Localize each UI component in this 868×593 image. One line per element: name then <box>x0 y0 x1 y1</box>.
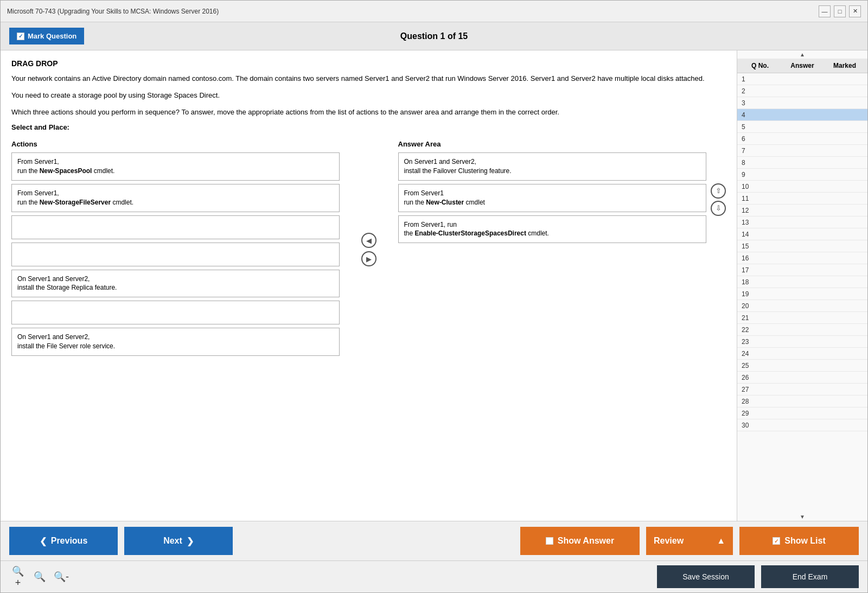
maximize-button[interactable]: □ <box>834 5 846 17</box>
right-panel-row[interactable]: 30 <box>737 419 867 431</box>
actions-title: Actions <box>11 140 340 148</box>
right-panel-row[interactable]: 17 <box>737 264 867 276</box>
main-content: DRAG DROP Your network contains an Activ… <box>1 50 867 521</box>
row-num: 22 <box>742 326 758 334</box>
answer-title: Answer Area <box>398 140 726 148</box>
right-panel-row[interactable]: 9 <box>737 169 867 181</box>
right-panel-row[interactable]: 11 <box>737 193 867 205</box>
answer-item-3[interactable]: From Server1, runthe Enable-ClusterStora… <box>398 215 707 244</box>
zoom-out-button[interactable]: 🔍- <box>53 568 70 585</box>
row-num: 11 <box>742 195 758 202</box>
arrow-up-button[interactable]: ⇧ <box>711 183 726 199</box>
previous-button[interactable]: ❮ Previous <box>9 527 118 555</box>
show-answer-button[interactable]: Show Answer <box>520 527 640 555</box>
right-panel-row[interactable]: 1 <box>737 73 867 85</box>
col-qno: Q No. <box>742 62 778 69</box>
right-panel-row[interactable]: 10 <box>737 181 867 193</box>
scroll-up-arrow[interactable]: ▲ <box>737 50 867 59</box>
right-panel-row[interactable]: 22 <box>737 324 867 336</box>
mark-question-label: Mark Question <box>28 32 76 40</box>
arrow-controls: ⇧ ⇩ <box>711 183 726 216</box>
footer-top: ❮ Previous Next ❯ Show Answer Review ▲ S… <box>1 521 867 561</box>
right-panel-row[interactable]: 29 <box>737 407 867 419</box>
row-num: 30 <box>742 422 758 429</box>
action-item-1[interactable]: From Server1,run the New-SpacesPool cmdl… <box>11 152 340 181</box>
question-area: DRAG DROP Your network contains an Activ… <box>1 50 737 521</box>
right-panel-row[interactable]: 25 <box>737 360 867 372</box>
next-button[interactable]: Next ❯ <box>124 527 233 555</box>
minimize-button[interactable]: — <box>819 5 831 17</box>
right-panel: ▲ Q No. Answer Marked 123456789101112131… <box>737 50 867 521</box>
show-list-button[interactable]: Show List <box>739 527 859 555</box>
right-panel-list: 1234567891011121314151617181920212223242… <box>737 73 867 513</box>
zoom-in-button[interactable]: 🔍+ <box>9 568 27 585</box>
review-chevron-icon: ▲ <box>717 536 725 546</box>
row-num: 15 <box>742 243 758 250</box>
right-panel-row[interactable]: 20 <box>737 300 867 312</box>
previous-chevron-icon: ❮ <box>40 536 47 546</box>
zoom-reset-button[interactable]: 🔍 <box>31 568 48 585</box>
right-panel-row[interactable]: 15 <box>737 240 867 252</box>
answer-section: Answer Area On Server1 and Server2,insta… <box>398 140 726 359</box>
right-panel-row[interactable]: 26 <box>737 372 867 384</box>
question-instruction: Select and Place: <box>11 123 726 131</box>
scroll-down-arrow[interactable]: ▼ <box>737 513 867 521</box>
action-item-7[interactable]: On Server1 and Server2,install the File … <box>11 328 340 356</box>
answer-item-1[interactable]: On Server1 and Server2,install the Failo… <box>398 152 707 181</box>
right-panel-row[interactable]: 24 <box>737 348 867 360</box>
answer-items: On Server1 and Server2,install the Failo… <box>398 152 707 246</box>
footer-bottom: 🔍+ 🔍 🔍- Save Session End Exam <box>1 561 867 592</box>
row-num: 19 <box>742 290 758 298</box>
right-panel-row[interactable]: 16 <box>737 252 867 264</box>
answer-wrapper: On Server1 and Server2,install the Failo… <box>398 152 726 246</box>
question-title: Question 1 of 15 <box>400 31 468 41</box>
action-item-5[interactable]: On Server1 and Server2,install the Stora… <box>11 270 340 298</box>
question-paragraph1: Your network contains an Active Director… <box>11 73 726 85</box>
right-panel-row[interactable]: 14 <box>737 228 867 240</box>
transfer-left-button[interactable]: ◀ <box>361 233 376 248</box>
row-num: 4 <box>742 111 758 119</box>
row-num: 12 <box>742 207 758 214</box>
save-session-button[interactable]: Save Session <box>657 565 755 588</box>
review-button[interactable]: Review ▲ <box>646 527 733 555</box>
row-num: 14 <box>742 231 758 238</box>
right-panel-row[interactable]: 13 <box>737 216 867 228</box>
right-panel-row[interactable]: 6 <box>737 133 867 145</box>
previous-label: Previous <box>51 536 88 546</box>
right-panel-row[interactable]: 7 <box>737 145 867 157</box>
action-item-4 <box>11 243 340 266</box>
footer: ❮ Previous Next ❯ Show Answer Review ▲ S… <box>1 521 867 592</box>
right-panel-row[interactable]: 12 <box>737 205 867 216</box>
row-num: 10 <box>742 183 758 190</box>
window-title: Microsoft 70-743 (Upgrading Your Skills … <box>7 8 819 15</box>
right-panel-row[interactable]: 28 <box>737 396 867 407</box>
transfer-right-button[interactable]: ▶ <box>361 251 376 266</box>
right-panel-row[interactable]: 21 <box>737 312 867 324</box>
end-exam-button[interactable]: End Exam <box>761 565 859 588</box>
mark-question-button[interactable]: Mark Question <box>9 28 84 44</box>
close-button[interactable]: ✕ <box>849 5 861 17</box>
row-num: 7 <box>742 147 758 155</box>
transfer-buttons: ◀ ▶ <box>361 140 376 359</box>
row-num: 16 <box>742 254 758 262</box>
show-answer-label: Show Answer <box>558 536 614 546</box>
right-panel-row[interactable]: 5 <box>737 121 867 133</box>
right-panel-row[interactable]: 2 <box>737 85 867 97</box>
right-panel-row[interactable]: 8 <box>737 157 867 169</box>
action-item-2[interactable]: From Server1,run the New-StorageFileServ… <box>11 184 340 212</box>
right-panel-row[interactable]: 23 <box>737 336 867 348</box>
show-list-checkbox-icon <box>773 537 780 545</box>
col-marked: Marked <box>826 62 863 69</box>
row-num: 3 <box>742 99 758 107</box>
right-panel-row[interactable]: 19 <box>737 288 867 300</box>
arrow-down-button[interactable]: ⇩ <box>711 201 726 216</box>
right-panel-row[interactable]: 3 <box>737 97 867 109</box>
right-panel-row[interactable]: 18 <box>737 276 867 288</box>
show-answer-checkbox-icon <box>546 537 553 545</box>
row-num: 26 <box>742 374 758 381</box>
right-panel-row[interactable]: 4 <box>737 109 867 121</box>
answer-item-2[interactable]: From Server1run the New-Cluster cmdlet <box>398 184 707 212</box>
right-panel-row[interactable]: 27 <box>737 384 867 396</box>
zoom-controls: 🔍+ 🔍 🔍- <box>9 568 70 585</box>
action-item-6 <box>11 301 340 324</box>
